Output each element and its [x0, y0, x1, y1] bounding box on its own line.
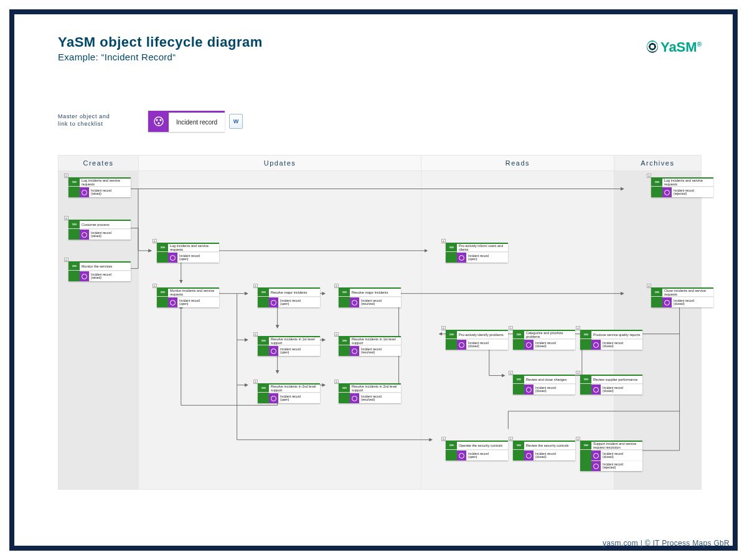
node-a1[interactable]: ALog incidents and service requestsIncid… [651, 177, 713, 197]
node-a2[interactable]: AClose incidents and service requestsInc… [651, 287, 713, 307]
node-r4a[interactable]: AOperate the security controlsIncident r… [446, 441, 508, 460]
eye-icon [647, 40, 658, 53]
word-doc-icon[interactable]: W [229, 114, 243, 129]
node-r3b[interactable]: AReview supplier performanceIncident rec… [580, 375, 642, 394]
page-subtitle: Example: “Incident Record“ [58, 52, 263, 62]
title-block: YaSM object lifecycle diagram Example: “… [58, 34, 263, 62]
record-icon [148, 111, 169, 132]
node-r2c[interactable]: AProduce service quality reportsIncident… [580, 330, 642, 350]
node-u3a[interactable]: AResolve major incidentsIncident record(… [258, 287, 320, 307]
node-c3[interactable]: AMonitor the servicesIncident record(rai… [68, 261, 131, 281]
master-object[interactable]: Incident record [148, 111, 225, 132]
node-u5b[interactable]: AResolve incidents in 2nd level supportI… [339, 383, 401, 403]
svg-point-2 [159, 119, 161, 121]
node-r4c[interactable]: ASupport incident and service request re… [580, 441, 642, 471]
lane-head-reads: Reads [421, 156, 614, 171]
node-r2a[interactable]: APro-actively identify problemsIncident … [446, 330, 508, 350]
node-r2b[interactable]: ACategorize and prioritize problemsIncid… [513, 330, 575, 350]
lane-head-updates: Updates [139, 156, 421, 171]
node-r1[interactable]: APro-actively inform users and clientsIn… [446, 243, 508, 263]
node-u1[interactable]: ALog incidents and service requestsIncid… [157, 243, 219, 263]
svg-point-1 [156, 119, 157, 121]
page-title: YaSM object lifecycle diagram [58, 34, 263, 50]
svg-point-0 [154, 117, 163, 126]
node-u3b[interactable]: AResolve major incidentsIncident record(… [339, 287, 401, 307]
node-u5a[interactable]: AResolve incidents in 2nd level supportI… [258, 383, 320, 403]
lane-head-archives: Archives [614, 156, 701, 171]
node-u4b[interactable]: AResolve incidents in 1st level supportI… [339, 336, 401, 356]
svg-point-3 [157, 123, 159, 124]
brand-text: YaSM [660, 39, 697, 55]
lifecycle-panel: Creates Updates Reads Archives [58, 155, 702, 490]
lane-head-creates: Creates [59, 156, 138, 171]
legend-text: Master object and link to checklist [58, 113, 110, 128]
footer-text: yasm.com | © IT Process Maps GbR [603, 539, 730, 548]
brand-logo: YaSM® [647, 39, 702, 55]
trademark: ® [697, 41, 702, 48]
node-u2[interactable]: AMonitor incidents and service requestsI… [157, 287, 219, 307]
node-c1[interactable]: ALog incidents and service requestsIncid… [68, 177, 131, 197]
document-frame: YaSM object lifecycle diagram Example: “… [9, 9, 738, 551]
master-label: Incident record [169, 111, 225, 132]
node-u4a[interactable]: AResolve incidents in 1st level supportI… [258, 336, 320, 356]
node-r3a[interactable]: AReview and close changesIncident record… [513, 375, 575, 394]
node-c2[interactable]: ACustomer processIncident record(raised) [68, 220, 131, 240]
node-r4b[interactable]: AReview the security controlsIncident re… [513, 441, 575, 460]
